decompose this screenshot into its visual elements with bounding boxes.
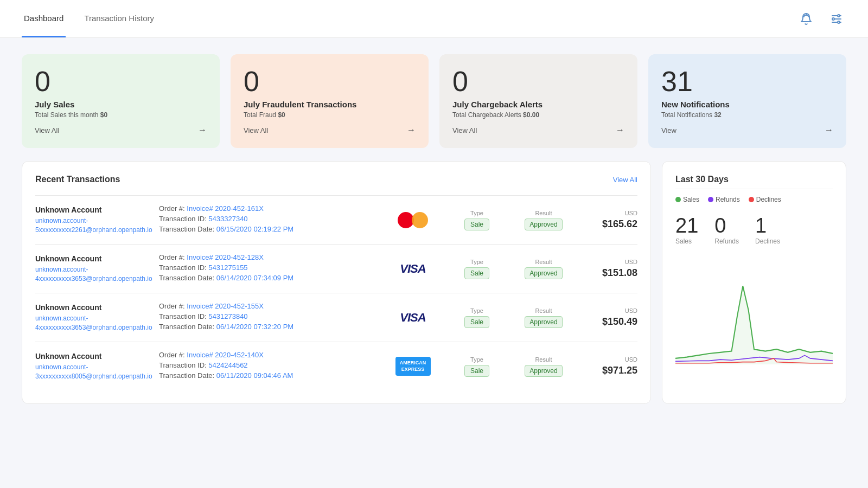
july-sales-footer: View All → — [35, 125, 207, 135]
usd-col-1: USD $151.08 — [578, 259, 637, 279]
settings-icon-btn[interactable] — [827, 9, 846, 29]
nav-tabs: Dashboard Transaction History — [22, 0, 156, 37]
july-fraud-footer: View All → — [244, 125, 416, 135]
svg-point-6 — [838, 21, 840, 23]
card-logo-amex-3: AMERICAN EXPRESS — [391, 353, 435, 380]
svg-point-5 — [838, 15, 840, 17]
july-fraud-title: July Fraudulent Transactions — [244, 100, 416, 109]
july-sales-number: 0 — [35, 67, 207, 95]
table-row: Unknown Account unknown.account-3xxxxxxx… — [35, 342, 637, 390]
table-row: Unknown Account unknown.account-4xxxxxxx… — [35, 293, 637, 342]
svg-marker-7 — [675, 286, 833, 364]
chart-card: Last 30 Days Sales Refunds Declines — [662, 161, 846, 404]
account-info-1: Unknown Account unknown.account-4xxxxxxx… — [35, 254, 155, 284]
july-chargeback-subtitle: Total Chargeback Alerts $0.00 — [452, 111, 624, 119]
declines-dot — [749, 197, 754, 202]
order-info-0: Order #: Invoice# 2020-452-161X Transact… — [159, 204, 387, 235]
type-col-1: Type Sale — [444, 259, 509, 279]
july-fraud-subtitle: Total Fraud $0 — [244, 111, 416, 119]
july-sales-subtitle: Total Sales this month $0 — [35, 111, 207, 119]
notifications-subtitle: Total Notifications 32 — [661, 111, 833, 119]
usd-col-3: USD $971.25 — [578, 356, 637, 376]
july-fraud-number: 0 — [244, 67, 416, 95]
july-sales-title: July Sales — [35, 100, 207, 109]
legend-declines: Declines — [749, 196, 781, 203]
stat-card-july-sales: 0 July Sales Total Sales this month $0 V… — [22, 54, 220, 148]
july-chargeback-footer: View All → — [452, 125, 624, 135]
stat-card-notifications: 31 New Notifications Total Notifications… — [648, 54, 846, 148]
account-info-2: Unknown Account unknown.account-4xxxxxxx… — [35, 303, 155, 332]
account-info-0: Unknown Account unknown.account-5xxxxxxx… — [35, 206, 155, 235]
order-info-1: Order #: Invoice# 2020-452-128X Transact… — [159, 253, 387, 284]
stats-grid: 0 July Sales Total Sales this month $0 V… — [22, 54, 846, 148]
legend-sales: Sales — [675, 196, 699, 203]
main-content: 0 July Sales Total Sales this month $0 V… — [0, 38, 868, 420]
arrow-icon: → — [616, 125, 624, 135]
result-col-1: Result Approved — [514, 259, 573, 279]
table-row: Unknown Account unknown.account-4xxxxxxx… — [35, 244, 637, 293]
usd-col-2: USD $150.49 — [578, 307, 637, 328]
type-col-3: Type Sale — [444, 356, 509, 377]
card-logo-mastercard-0 — [391, 207, 435, 234]
july-sales-view-all[interactable]: View All — [35, 126, 59, 134]
chart-stat-refunds: 0 Refunds — [714, 214, 739, 245]
notifications-icon-btn[interactable] — [796, 9, 816, 29]
top-navigation: Dashboard Transaction History — [0, 0, 868, 38]
refunds-dot — [708, 197, 713, 202]
notifications-footer: View → — [661, 125, 833, 135]
july-chargeback-view-all[interactable]: View All — [452, 126, 477, 134]
line-chart — [675, 256, 833, 364]
result-col-0: Result Approved — [514, 210, 573, 230]
type-col-0: Type Sale — [444, 210, 509, 230]
chart-stat-sales: 21 Sales — [675, 214, 698, 245]
july-chargeback-number: 0 — [452, 67, 624, 95]
chart-stats: 21 Sales 0 Refunds 1 Declines — [675, 214, 833, 245]
july-chargeback-title: July Chargeback Alerts — [452, 100, 624, 109]
card-logo-visa-1: VISA — [391, 255, 435, 282]
usd-col-0: USD $165.62 — [578, 210, 637, 230]
svg-point-4 — [832, 18, 834, 20]
tab-dashboard[interactable]: Dashboard — [22, 0, 66, 37]
notifications-view-all[interactable]: View — [661, 126, 676, 134]
arrow-icon: → — [198, 125, 207, 135]
order-info-3: Order #: Invoice# 2020-452-140X Transact… — [159, 351, 387, 382]
transactions-card: Recent Transactions View All Unknown Acc… — [22, 161, 651, 404]
order-info-2: Order #: Invoice# 2020-452-155X Transact… — [159, 302, 387, 333]
sales-dot — [675, 197, 681, 202]
chart-title: Last 30 Days — [675, 175, 833, 184]
tab-transaction-history[interactable]: Transaction History — [82, 0, 156, 37]
chart-area — [675, 256, 833, 364]
table-row: Unknown Account unknown.account-5xxxxxxx… — [35, 195, 637, 244]
stat-card-july-chargeback: 0 July Chargeback Alerts Total Chargebac… — [439, 54, 637, 148]
arrow-icon: → — [825, 125, 833, 135]
arrow-icon: → — [407, 125, 416, 135]
card-logo-visa-2: VISA — [391, 304, 435, 331]
result-col-3: Result Approved — [514, 356, 573, 377]
notifications-title: New Notifications — [661, 100, 833, 109]
notifications-number: 31 — [661, 67, 833, 95]
transactions-header: Recent Transactions View All — [35, 175, 637, 184]
result-col-2: Result Approved — [514, 307, 573, 328]
chart-legend: Sales Refunds Declines — [675, 196, 833, 203]
legend-refunds: Refunds — [708, 196, 740, 203]
stat-card-july-fraud: 0 July Fraudulent Transactions Total Fra… — [231, 54, 429, 148]
type-col-2: Type Sale — [444, 307, 509, 328]
nav-icons — [796, 9, 846, 29]
transactions-title: Recent Transactions — [35, 175, 120, 184]
chart-stat-declines: 1 Declines — [755, 214, 780, 245]
account-info-3: Unknown Account unknown.account-3xxxxxxx… — [35, 352, 155, 381]
transactions-view-all[interactable]: View All — [613, 176, 637, 184]
july-fraud-view-all[interactable]: View All — [244, 126, 268, 134]
bottom-section: Recent Transactions View All Unknown Acc… — [22, 161, 846, 404]
